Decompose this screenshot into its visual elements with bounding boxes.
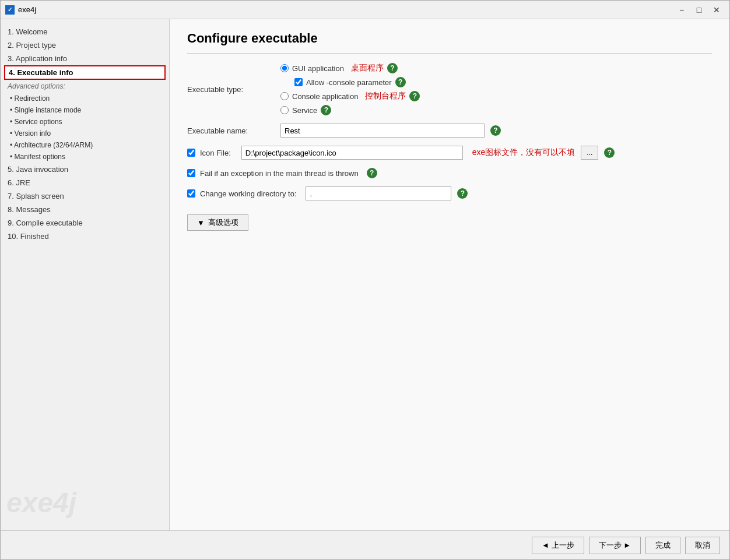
window-controls: − □ ✕ bbox=[673, 3, 725, 16]
console-help-icon[interactable]: ? bbox=[409, 91, 420, 101]
gui-radio[interactable] bbox=[280, 64, 289, 72]
page-title: Configure executable bbox=[187, 31, 712, 54]
icon-file-input[interactable] bbox=[241, 146, 463, 160]
sidebar-item-compile[interactable]: 9. Compile executable bbox=[1, 216, 169, 230]
sidebar-item-welcome[interactable]: 1. Welcome bbox=[1, 25, 169, 38]
main-content: 1. Welcome 2. Project type 3. Applicatio… bbox=[1, 19, 729, 530]
service-help-icon[interactable]: ? bbox=[321, 105, 331, 115]
icon-file-label: Icon File: bbox=[200, 149, 231, 157]
advanced-options-button[interactable]: ▼ 高级选项 bbox=[187, 214, 248, 231]
console-radio-row: Console application 控制台程序 ? bbox=[280, 91, 420, 101]
fail-exception-row: Fail if an exception in the main thread … bbox=[187, 168, 712, 178]
fail-exception-label: Fail if an exception in the main thread … bbox=[200, 169, 359, 178]
sidebar-item-messages[interactable]: 8. Messages bbox=[1, 203, 169, 216]
window-title: exe4j bbox=[18, 5, 673, 14]
minimize-button[interactable]: − bbox=[673, 3, 690, 16]
sidebar-sub-service-options[interactable]: Service options bbox=[1, 116, 169, 128]
working-dir-row: Change working directory to: ? bbox=[187, 186, 712, 200]
gui-help-icon[interactable]: ? bbox=[387, 63, 398, 73]
sidebar-sub-architecture[interactable]: Architecture (32/64/ARM) bbox=[1, 139, 169, 151]
main-window: ✓ exe4j − □ ✕ 1. Welcome 2. Project type… bbox=[0, 0, 730, 560]
service-radio[interactable] bbox=[280, 106, 289, 114]
sidebar-logo: exe4j bbox=[6, 487, 76, 519]
sidebar-item-app-info[interactable]: 3. Application info bbox=[1, 52, 169, 65]
sidebar-item-java-inv[interactable]: 5. Java invocation bbox=[1, 163, 169, 176]
working-dir-checkbox[interactable] bbox=[187, 189, 195, 198]
exe-type-radio-group: GUI application 桌面程序 ? Allow -console pa… bbox=[280, 63, 420, 115]
working-dir-label: Change working directory to: bbox=[200, 189, 296, 198]
allow-console-checkbox[interactable] bbox=[294, 78, 303, 86]
sidebar-item-jre[interactable]: 6. JRE bbox=[1, 176, 169, 189]
form-section: Executable type: GUI application 桌面程序 ? bbox=[187, 63, 712, 231]
icon-file-checkbox[interactable] bbox=[187, 149, 195, 157]
gui-radio-row: GUI application 桌面程序 ? bbox=[280, 63, 420, 73]
fail-exception-checkbox-row: Fail if an exception in the main thread … bbox=[187, 168, 377, 178]
icon-file-browse-button[interactable]: ... bbox=[581, 146, 598, 160]
service-radio-row: Service ? bbox=[280, 105, 420, 115]
sidebar-sub-version-info[interactable]: Version info bbox=[1, 128, 169, 139]
sidebar-sub-single-instance[interactable]: Single instance mode bbox=[1, 104, 169, 116]
maximize-button[interactable]: □ bbox=[691, 3, 707, 16]
sidebar-item-project-type[interactable]: 2. Project type bbox=[1, 38, 169, 52]
finish-button[interactable]: 完成 bbox=[645, 537, 680, 554]
exe-name-help-icon[interactable]: ? bbox=[490, 125, 501, 136]
bottom-bar: ◄ 上一步 下一步 ► 完成 取消 bbox=[1, 530, 729, 559]
gui-annotation: 桌面程序 bbox=[351, 63, 384, 73]
console-radio-label: Console application bbox=[292, 92, 358, 101]
sidebar-item-finished[interactable]: 10. Finished bbox=[1, 230, 169, 243]
title-bar: ✓ exe4j − □ ✕ bbox=[1, 1, 729, 19]
cancel-button[interactable]: 取消 bbox=[685, 537, 720, 554]
exe-name-label: Executable name: bbox=[187, 126, 275, 135]
sidebar-sub-manifest[interactable]: Manifest options bbox=[1, 151, 169, 163]
sidebar-sub-redirection[interactable]: Redirection bbox=[1, 93, 169, 104]
fail-exception-help-icon[interactable]: ? bbox=[367, 168, 377, 178]
next-button[interactable]: 下一步 ► bbox=[589, 537, 641, 554]
prev-button[interactable]: ◄ 上一步 bbox=[532, 537, 584, 554]
advanced-btn-label: 高级选项 bbox=[208, 217, 238, 228]
fail-exception-checkbox[interactable] bbox=[187, 169, 195, 177]
service-radio-label: Service bbox=[292, 106, 317, 115]
exe-type-label: Executable type: bbox=[187, 85, 275, 94]
advanced-btn-arrow-icon: ▼ bbox=[197, 219, 205, 227]
allow-console-row: Allow -console parameter ? bbox=[294, 77, 420, 87]
app-icon: ✓ bbox=[5, 5, 15, 15]
exe-name-input[interactable] bbox=[280, 124, 485, 138]
sidebar: 1. Welcome 2. Project type 3. Applicatio… bbox=[1, 19, 170, 530]
exe-name-row: Executable name: ? bbox=[187, 124, 712, 138]
advanced-section: ▼ 高级选项 bbox=[187, 214, 712, 231]
gui-radio-label: GUI application bbox=[292, 64, 344, 73]
icon-file-row: Icon File: exe图标文件，没有可以不填 ... ? bbox=[187, 146, 712, 160]
console-radio[interactable] bbox=[280, 92, 289, 100]
exe-type-row: Executable type: GUI application 桌面程序 ? bbox=[187, 63, 712, 115]
close-button[interactable]: ✕ bbox=[708, 3, 725, 16]
console-annotation: 控制台程序 bbox=[365, 91, 406, 101]
working-dir-help-icon[interactable]: ? bbox=[457, 188, 468, 199]
working-dir-checkbox-row: Change working directory to: bbox=[187, 189, 300, 198]
working-dir-input[interactable] bbox=[306, 186, 451, 200]
sidebar-item-splash[interactable]: 7. Splash screen bbox=[1, 189, 169, 203]
allow-console-label: Allow -console parameter bbox=[306, 78, 392, 87]
content-area: Configure executable Executable type: GU… bbox=[170, 19, 729, 530]
icon-file-checkbox-row: Icon File: bbox=[187, 149, 236, 157]
allow-console-help-icon[interactable]: ? bbox=[395, 77, 406, 87]
icon-file-help-icon[interactable]: ? bbox=[604, 147, 615, 158]
sidebar-item-exe-info[interactable]: 4. Executable info bbox=[4, 65, 166, 80]
icon-file-annotation: exe图标文件，没有可以不填 bbox=[472, 147, 575, 158]
advanced-options-header: Advanced options: bbox=[1, 80, 169, 93]
